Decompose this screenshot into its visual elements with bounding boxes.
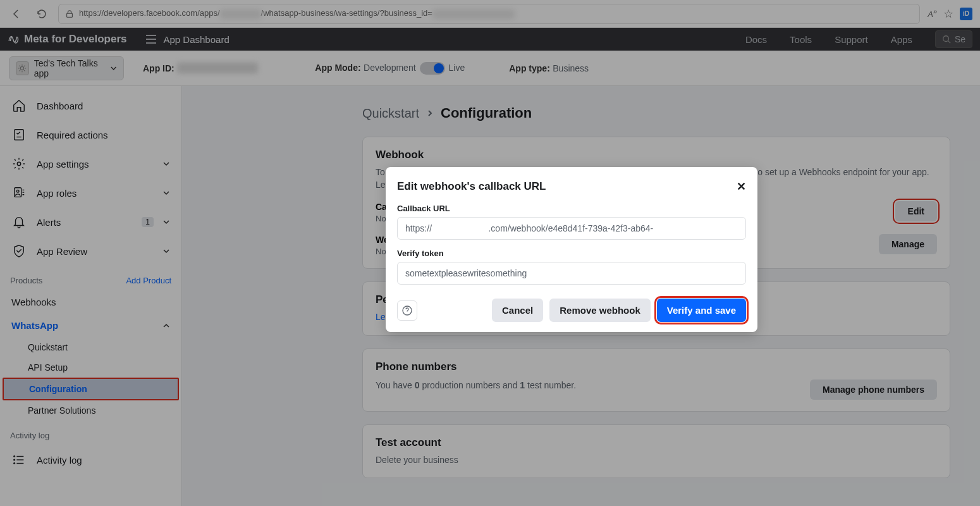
verify-and-save-button[interactable]: Verify and save (657, 299, 746, 322)
close-modal-button[interactable]: ✕ (737, 180, 746, 194)
verify-token-input[interactable] (397, 262, 746, 285)
callback-url-input[interactable] (397, 217, 746, 240)
remove-webhook-button[interactable]: Remove webhook (549, 299, 651, 322)
modal-title: Edit webhook's callback URL (397, 180, 546, 193)
edit-webhook-modal: Edit webhook's callback URL ✕ Callback U… (386, 167, 757, 332)
cancel-button[interactable]: Cancel (492, 299, 543, 322)
verify-token-label: Verify token (397, 249, 746, 258)
help-button[interactable] (397, 300, 417, 321)
callback-url-label: Callback URL (397, 204, 746, 213)
